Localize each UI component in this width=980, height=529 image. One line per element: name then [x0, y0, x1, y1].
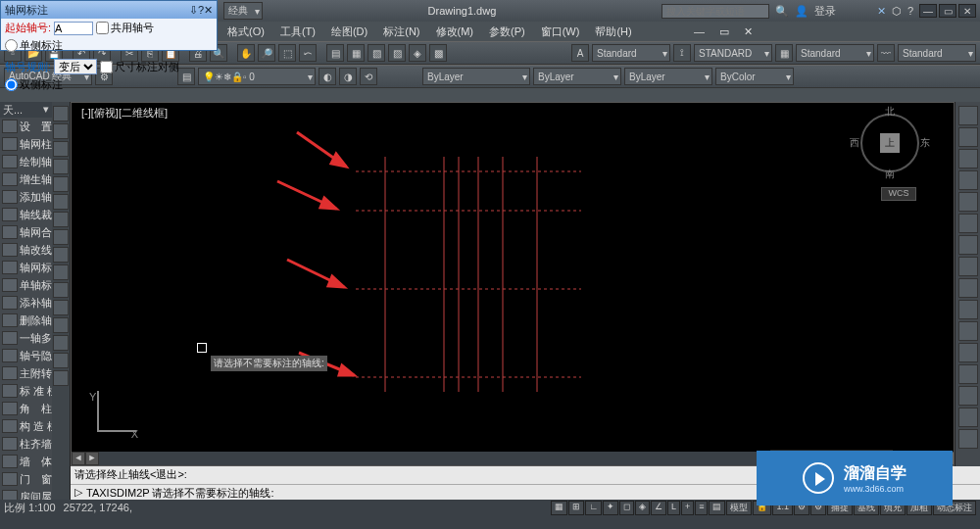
sb-dyn[interactable]: + — [681, 501, 694, 515]
menu-modify[interactable]: 修改(M) — [430, 24, 480, 39]
maximize-button[interactable]: ▭ — [939, 4, 956, 18]
doc-restore[interactable]: ▭ — [713, 25, 735, 37]
sb-3dosnap[interactable]: ◈ — [635, 501, 650, 515]
mlstyle-dd[interactable]: Standard — [898, 44, 976, 62]
palette-item[interactable]: 主附转换 — [0, 364, 52, 382]
stretch-icon[interactable] — [958, 278, 978, 298]
scale-icon[interactable] — [958, 257, 978, 276]
explode-icon[interactable] — [958, 429, 978, 449]
close-icon[interactable]: ✕ — [204, 4, 213, 17]
layermatch-icon[interactable]: ◑ — [339, 68, 357, 85]
trim-icon[interactable] — [958, 300, 978, 319]
layeriso-icon[interactable]: ◐ — [318, 68, 336, 85]
menu-param[interactable]: 参数(P) — [483, 24, 531, 39]
sb-polar[interactable]: ✦ — [603, 501, 618, 515]
copy2-icon[interactable] — [958, 127, 978, 147]
sb-otrack[interactable]: ∠ — [651, 501, 666, 515]
scroll-right[interactable]: ► — [85, 452, 99, 465]
zoom-window-icon[interactable]: ⬚ — [278, 44, 296, 62]
textstyle-dd[interactable]: Standard — [592, 44, 670, 62]
erase-icon[interactable] — [958, 106, 978, 125]
props-icon[interactable]: ▤ — [326, 44, 344, 62]
palette-item[interactable]: 门 窗 — [0, 470, 52, 488]
move-icon[interactable] — [958, 214, 978, 233]
palette-item[interactable]: 增生轴网 — [0, 170, 52, 188]
palette-item[interactable]: 单轴标注 — [0, 276, 52, 294]
spline-icon[interactable] — [53, 212, 69, 227]
pin-icon[interactable]: ⇩ — [189, 4, 198, 17]
share-axis-checkbox[interactable]: 共用轴号 — [96, 21, 154, 35]
tablestyle-dd[interactable]: Standard — [796, 44, 874, 62]
mlstyle-icon[interactable]: 〰 — [877, 44, 895, 62]
palette-item[interactable]: 柱齐墙边 — [0, 435, 52, 453]
axis-label-panel[interactable]: 轴网标注 ⇩ ? ✕ 起始轴号: 共用轴号 单侧标注 轴号规则: 变后项 尺寸标… — [0, 0, 218, 51]
palette-item[interactable]: 一轴多号 — [0, 329, 52, 347]
region-icon[interactable] — [53, 300, 69, 315]
palette-item[interactable]: 轴改线型 — [0, 241, 52, 259]
axis-rule-select[interactable]: 变后项 — [54, 59, 97, 74]
palette-menu-icon[interactable]: ▾ — [43, 103, 49, 117]
sb-grid[interactable]: ▦ — [551, 501, 567, 515]
arc-icon[interactable] — [53, 159, 69, 174]
table-icon[interactable] — [53, 317, 69, 333]
sb-snap[interactable]: ⊞ — [568, 501, 584, 515]
rect-icon[interactable] — [53, 176, 69, 192]
search-icon[interactable]: 🔍 — [775, 5, 789, 18]
palette-item[interactable]: 墙 体 — [0, 453, 52, 470]
workspace-dropdown[interactable]: 经典 — [223, 2, 263, 20]
misc2-icon[interactable] — [53, 370, 69, 386]
exchange-icon[interactable]: ⨯ — [877, 5, 886, 18]
user-icon[interactable]: 👤 — [795, 5, 808, 18]
sb-qp[interactable]: ▤ — [709, 501, 725, 515]
ellipse-icon[interactable] — [53, 194, 69, 210]
menu-dim[interactable]: 标注(N) — [377, 24, 425, 39]
palette-item[interactable]: 轴号隐现 — [0, 347, 52, 364]
point-icon[interactable] — [53, 282, 69, 298]
tp-icon[interactable]: ▧ — [368, 44, 385, 62]
line-icon[interactable] — [53, 106, 69, 121]
circle-icon[interactable] — [53, 141, 69, 157]
hatch-icon[interactable] — [53, 229, 69, 245]
double-side-radio[interactable]: 双侧标注 — [5, 77, 63, 92]
sb-ducs[interactable]: L — [667, 501, 680, 515]
viewcube[interactable]: 上 北 南 东 西 — [856, 109, 924, 177]
start-axis-input[interactable] — [54, 22, 93, 35]
color-dd[interactable]: ByLayer — [422, 68, 530, 85]
mtext-icon[interactable] — [53, 335, 69, 351]
menu-draw[interactable]: 绘图(D) — [325, 24, 373, 39]
menu-format[interactable]: 格式(O) — [221, 24, 270, 39]
help-icon[interactable]: ? — [907, 5, 913, 17]
plotstyle-dd[interactable]: ByColor — [715, 68, 794, 85]
chamfer-icon[interactable] — [958, 386, 978, 406]
tablestyle-icon[interactable]: ▦ — [775, 44, 793, 62]
doc-close[interactable]: ✕ — [738, 25, 759, 37]
calc-icon[interactable]: ▩ — [429, 44, 447, 62]
layerprev-icon[interactable]: ⟲ — [360, 68, 377, 85]
palette-item[interactable]: 标 准 柱 — [0, 382, 52, 400]
palette-item[interactable]: 角 柱 — [0, 400, 52, 417]
block-icon[interactable] — [53, 264, 69, 280]
ssm-icon[interactable]: ▨ — [388, 44, 406, 62]
palette-item[interactable]: 设 置 — [0, 118, 52, 135]
text-icon[interactable] — [53, 247, 69, 263]
array-icon[interactable] — [958, 192, 978, 212]
markup-icon[interactable]: ◈ — [409, 44, 426, 62]
cloud-icon[interactable]: ⬡ — [892, 5, 902, 18]
login-link[interactable]: 登录 — [814, 4, 836, 19]
break-icon[interactable] — [958, 343, 978, 362]
pan-icon[interactable]: ✋ — [237, 44, 255, 62]
palette-item[interactable]: 添补轴号 — [0, 294, 52, 312]
palette-item[interactable]: 添加轴线 — [0, 188, 52, 206]
join-icon[interactable] — [958, 364, 978, 384]
linetype-dd[interactable]: ByLayer — [533, 68, 621, 85]
dimstyle-dd[interactable]: STANDARD — [694, 44, 772, 62]
scale-readout[interactable]: 比例 1:100 — [4, 501, 56, 515]
extend-icon[interactable] — [958, 321, 978, 341]
search-input[interactable] — [662, 4, 769, 19]
rotate-icon[interactable] — [958, 235, 978, 255]
menu-tools[interactable]: 工具(T) — [274, 24, 321, 39]
sb-osnap[interactable]: ◻ — [619, 501, 634, 515]
dimstyle-icon[interactable]: ⟟ — [673, 44, 691, 62]
sb-lwt[interactable]: ≡ — [695, 501, 708, 515]
palette-item[interactable]: 构 造 柱 — [0, 417, 52, 435]
